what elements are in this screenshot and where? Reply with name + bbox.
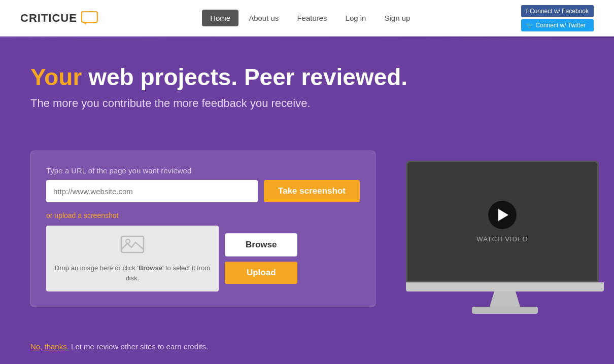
hero-section: Your web projects. Peer reviewed. The mo… <box>0 38 614 151</box>
url-row: Take screenshot <box>46 180 360 202</box>
monitor-container: WATCH VIDEO <box>406 151 604 314</box>
hero-subtitle: The more you contribute the more feedbac… <box>30 97 584 110</box>
twitter-icon: 🐦 <box>526 22 534 29</box>
browse-button[interactable]: Browse <box>225 233 297 257</box>
nav-login[interactable]: Log in <box>337 10 374 26</box>
play-button[interactable] <box>488 201 517 229</box>
svg-rect-0 <box>82 11 97 22</box>
take-screenshot-button[interactable]: Take screenshot <box>264 180 360 202</box>
nav-signup[interactable]: Sign up <box>376 10 418 26</box>
drop-zone-text: Drop an image here or click 'Browse' to … <box>54 263 211 283</box>
browse-bold: Browse <box>139 264 162 272</box>
no-thanks-rest: Let me review other sites to earn credit… <box>69 342 208 351</box>
or-upload-label: or upload a screenshot <box>46 211 360 220</box>
url-input[interactable] <box>46 180 258 202</box>
or-text: or <box>46 211 52 220</box>
upload-label-text: upload a screenshot <box>54 211 118 220</box>
url-label: Type a URL of the page you want reviewed <box>46 166 360 175</box>
social-buttons: f Connect w/ Facebook 🐦 Connect w/ Twitt… <box>521 5 594 31</box>
monitor: WATCH VIDEO <box>406 161 604 314</box>
upload-area: Drop an image here or click 'Browse' to … <box>46 226 360 292</box>
header: CRITICUE Home About us Features Log in S… <box>0 0 614 37</box>
main-content: Type a URL of the page you want reviewed… <box>0 151 614 334</box>
nav-home[interactable]: Home <box>202 10 238 26</box>
upload-button[interactable]: Upload <box>225 262 297 284</box>
hero-title-highlight: Your <box>30 64 82 90</box>
drop-zone[interactable]: Drop an image here or click 'Browse' to … <box>46 226 219 292</box>
logo: CRITICUE <box>20 11 99 25</box>
play-icon <box>498 209 508 221</box>
main-nav: Home About us Features Log in Sign up <box>202 10 418 26</box>
svg-point-3 <box>126 239 130 243</box>
monitor-screen: WATCH VIDEO <box>406 161 599 282</box>
monitor-stand <box>490 292 520 307</box>
monitor-bezel <box>406 282 604 292</box>
nav-features[interactable]: Features <box>289 10 335 26</box>
connect-twitter-button[interactable]: 🐦 Connect w/ Twitter <box>521 19 594 31</box>
hero-title: Your web projects. Peer reviewed. <box>30 63 584 91</box>
nav-about[interactable]: About us <box>241 10 287 26</box>
hero-title-rest: web projects. Peer reviewed. <box>82 64 407 90</box>
no-thanks-link[interactable]: No, thanks. <box>30 342 69 351</box>
facebook-icon: f <box>526 8 528 15</box>
svg-marker-1 <box>84 22 87 25</box>
form-card: Type a URL of the page you want reviewed… <box>30 151 376 307</box>
svg-rect-2 <box>121 236 144 252</box>
image-icon <box>120 234 145 259</box>
logo-icon <box>81 11 99 25</box>
logo-text: CRITICUE <box>20 12 77 25</box>
watch-video-label: WATCH VIDEO <box>476 235 528 243</box>
connect-facebook-button[interactable]: f Connect w/ Facebook <box>521 5 594 17</box>
monitor-base <box>472 307 538 314</box>
upload-buttons: Browse Upload <box>225 226 297 292</box>
no-thanks-bar: No, thanks. Let me review other sites to… <box>0 334 614 364</box>
